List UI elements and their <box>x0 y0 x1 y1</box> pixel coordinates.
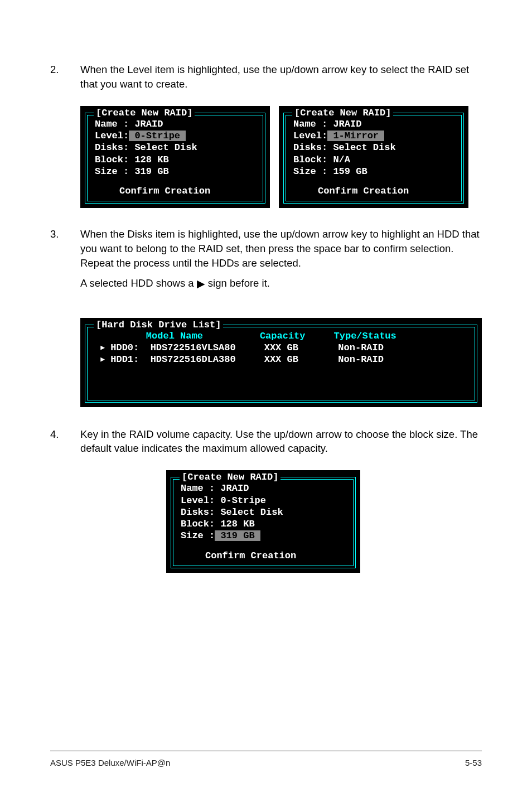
hdd-header-row: Model Name Capacity Type/Status <box>95 330 470 342</box>
field-size: Size : 159 GB <box>293 166 456 177</box>
footer-rule <box>50 751 482 751</box>
level-value-highlight: 0-Stripe <box>129 131 186 141</box>
field-level: Level: 0-Stripe <box>95 130 258 142</box>
field-size: Size : 319 GB <box>95 166 258 177</box>
field-block: Block: N/A <box>293 154 456 166</box>
footer-right: 5-53 <box>465 757 482 769</box>
step-text: When the Level item is highlighted, use … <box>80 62 482 94</box>
terminal-create-raid-size: [Create New RAID] Name : JRAID Level: 0-… <box>166 470 360 573</box>
step-number: 3. <box>50 227 80 293</box>
step-text: Key in the RAID volume capacity. Use the… <box>80 427 482 458</box>
field-size: Size : 319 GB <box>181 530 348 542</box>
page-footer: ASUS P5E3 Deluxe/WiFi-AP@n 5-53 <box>50 751 482 769</box>
step-number: 4. <box>50 427 80 458</box>
terminal-hdd-list: [Hard Disk Drive List] Model Name Capaci… <box>80 318 482 407</box>
terminal-create-raid-stripe: [Create New RAID] Name : JRAID Level: 0-… <box>80 106 270 209</box>
confirm-creation: Confirm Creation <box>293 185 456 197</box>
footer-left: ASUS P5E3 Deluxe/WiFi-AP@n <box>50 757 170 769</box>
field-disks: Disks: Select Disk <box>293 142 456 153</box>
step-4: 4. Key in the RAID volume capacity. Use … <box>50 427 482 458</box>
field-disks: Disks: Select Disk <box>181 506 348 518</box>
terminal-pair: [Create New RAID] Name : JRAID Level: 0-… <box>80 106 482 209</box>
terminal-create-raid-mirror: [Create New RAID] Name : JRAID Level: 1-… <box>279 106 468 209</box>
field-name: Name : JRAID <box>95 118 258 130</box>
hdd-row: ▶ HDD0: HDS722516VLSA80 XXX GB Non-RAID <box>95 342 470 354</box>
level-value-highlight: 1-Mirror <box>327 131 384 141</box>
confirm-creation: Confirm Creation <box>181 550 348 562</box>
step-3: 3. When the Disks item is highlighted, u… <box>50 227 482 293</box>
hdd-row: ▶ HDD1: HDS722516DLA380 XXX GB Non-RAID <box>95 354 470 365</box>
field-block: Block: 128 KB <box>181 518 348 530</box>
frame-title: [Create New RAID] <box>180 471 280 483</box>
frame-title: [Hard Disk Drive List] <box>94 319 223 331</box>
field-block: Block: 128 KB <box>95 154 258 166</box>
field-name: Name : JRAID <box>181 482 348 494</box>
step-text: When the Disks item is highlighted, use … <box>80 227 482 293</box>
step-2: 2. When the Level item is highlighted, u… <box>50 62 482 94</box>
triangle-right-icon: ▶ <box>100 344 105 352</box>
frame-title: [Create New RAID] <box>94 107 195 119</box>
triangle-right-icon: ▶ <box>100 355 105 364</box>
col-capacity: Capacity <box>260 331 306 341</box>
size-value-highlight: 319 GB <box>215 530 260 541</box>
field-level: Level: 0-Stripe <box>181 495 348 506</box>
frame-title: [Create New RAID] <box>292 107 393 119</box>
step-number: 2. <box>50 62 80 94</box>
triangle-right-icon: ▶ <box>197 277 205 291</box>
field-disks: Disks: Select Disk <box>95 142 258 153</box>
col-type: Type/Status <box>334 331 396 341</box>
col-model: Model Name <box>146 331 203 341</box>
field-name: Name : JRAID <box>293 118 456 130</box>
confirm-creation: Confirm Creation <box>95 185 258 197</box>
field-level: Level: 1-Mirror <box>293 130 456 142</box>
